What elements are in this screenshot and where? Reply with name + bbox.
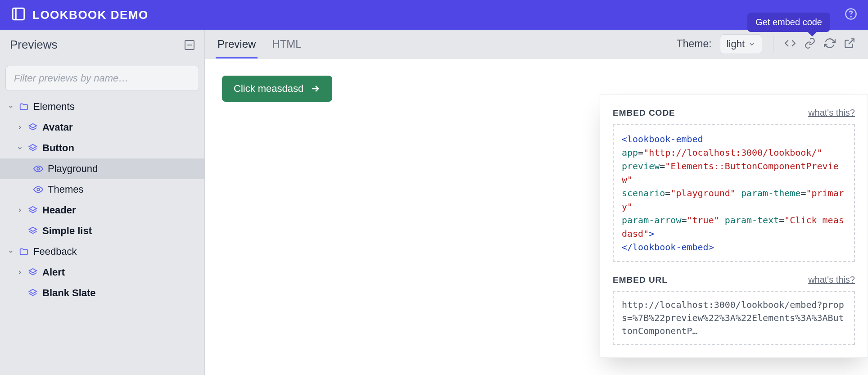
- eye-icon: [33, 185, 43, 194]
- layers-icon: [28, 267, 38, 277]
- embed-url-box[interactable]: http://localhost:3000/lookbook/embed?pro…: [613, 291, 855, 345]
- preview-toolbar: Preview HTML Theme: light: [205, 30, 868, 59]
- tab-html[interactable]: HTML: [272, 30, 301, 58]
- tab-preview[interactable]: Preview: [217, 30, 256, 58]
- tree-component-simple-list[interactable]: Simple list: [0, 221, 204, 241]
- tree-label: Header: [42, 204, 76, 216]
- whats-this-link[interactable]: what's this?: [808, 275, 855, 285]
- app-title: LOOKBOOK DEMO: [32, 8, 149, 22]
- layers-icon: [28, 226, 38, 236]
- eye-icon: [33, 164, 43, 174]
- collapse-sidebar-icon[interactable]: [185, 40, 194, 50]
- arrow-right-icon: [310, 83, 321, 94]
- app-header: LOOKBOOK DEMO Get embed code: [0, 0, 868, 30]
- chevron-down-icon: [7, 103, 14, 110]
- filter-previews-input[interactable]: [5, 66, 199, 91]
- tree-label: Avatar: [42, 122, 73, 133]
- theme-label: Theme:: [677, 38, 712, 50]
- sidebar-title: Previews: [10, 38, 57, 52]
- refresh-icon[interactable]: [824, 37, 836, 51]
- main-panel: Preview HTML Theme: light: [205, 30, 868, 375]
- divider: [773, 35, 773, 53]
- folder-icon: [19, 102, 29, 112]
- svg-rect-0: [13, 8, 24, 20]
- embed-code-icon[interactable]: [784, 37, 796, 51]
- embed-code-title: EMBED CODE: [613, 108, 675, 118]
- tree-component-button[interactable]: Button: [0, 138, 204, 158]
- chevron-right-icon: [16, 124, 23, 131]
- demo-button-label: Click measdasd: [234, 83, 303, 95]
- embed-popover: EMBED CODE what's this? <lookbook-embed …: [600, 95, 868, 358]
- embed-tooltip: Get embed code: [747, 13, 830, 32]
- tree-scenario-playground[interactable]: Playground: [0, 158, 204, 179]
- chevron-down-icon: [748, 41, 755, 48]
- tree-label: Blank Slate: [42, 287, 96, 299]
- sidebar: Previews Elements Avatar: [0, 30, 205, 375]
- layers-icon: [28, 205, 38, 215]
- layers-icon: [28, 288, 38, 298]
- tree-folder-feedback[interactable]: Feedback: [0, 241, 204, 262]
- tree-component-header[interactable]: Header: [0, 200, 204, 221]
- chevron-right-icon: [16, 269, 23, 276]
- tree-label: Themes: [48, 184, 83, 195]
- tree-label: Feedback: [33, 246, 77, 258]
- svg-point-4: [37, 188, 40, 191]
- tree-scenario-themes[interactable]: Themes: [0, 179, 204, 200]
- chevron-down-icon: [7, 248, 14, 255]
- tree-folder-elements[interactable]: Elements: [0, 96, 204, 117]
- svg-point-3: [37, 167, 40, 170]
- theme-select[interactable]: light: [720, 34, 762, 54]
- layers-icon: [28, 122, 38, 132]
- tree-label: Elements: [33, 101, 75, 113]
- tree-label: Alert: [42, 267, 65, 278]
- tree-component-alert[interactable]: Alert: [0, 262, 204, 283]
- embed-url-title: EMBED URL: [613, 275, 668, 285]
- help-icon[interactable]: [845, 8, 857, 22]
- demo-button[interactable]: Click measdasd: [222, 76, 332, 102]
- tree-component-avatar[interactable]: Avatar: [0, 117, 204, 138]
- tree-label: Playground: [48, 163, 98, 175]
- chevron-down-icon: [16, 145, 23, 152]
- tree-component-blank-slate[interactable]: Blank Slate: [0, 283, 204, 303]
- tree-label: Button: [42, 142, 74, 154]
- open-new-window-icon[interactable]: [844, 37, 855, 51]
- tree-label: Simple list: [42, 225, 92, 237]
- preview-tree: Elements Avatar Button Playground: [0, 96, 204, 375]
- chevron-right-icon: [16, 207, 23, 214]
- layers-icon: [28, 143, 38, 153]
- sidebar-header: Previews: [0, 30, 204, 60]
- whats-this-link[interactable]: what's this?: [808, 108, 855, 118]
- logo-block[interactable]: LOOKBOOK DEMO: [11, 6, 149, 23]
- embed-code-box[interactable]: <lookbook-embed app="http://localhost:30…: [613, 124, 855, 262]
- theme-value: light: [727, 38, 745, 50]
- folder-icon: [19, 247, 29, 257]
- lookbook-logo-icon: [11, 6, 26, 23]
- svg-point-2: [850, 16, 851, 17]
